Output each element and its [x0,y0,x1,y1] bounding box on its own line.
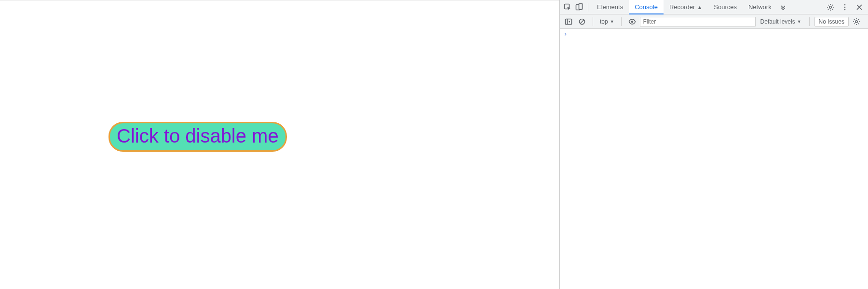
close-devtools-icon[interactable] [854,1,865,13]
more-tabs-icon[interactable] [777,3,789,11]
svg-point-4 [844,4,846,5]
console-filter-input[interactable] [640,17,756,26]
live-expression-eye-icon[interactable] [626,16,638,27]
levels-label: Default levels [760,18,795,25]
tab-label: Recorder [669,3,695,11]
settings-gear-icon[interactable] [825,1,836,13]
tab-elements[interactable]: Elements [591,0,629,14]
svg-point-6 [844,9,846,10]
clear-console-icon[interactable] [576,16,588,27]
disable-me-button[interactable]: Click to disable me [108,122,287,152]
context-label: top [600,18,608,25]
tab-label: Console [635,3,658,11]
inspect-element-icon[interactable] [562,1,573,13]
chevron-down-icon: ▼ [610,19,614,24]
console-filter [640,17,756,26]
separator [809,17,810,26]
log-levels-selector[interactable]: Default levels ▼ [758,18,804,25]
tab-label: Sources [714,3,737,11]
devtools-panel: Elements Console Recorder ▲ Sources Netw… [559,0,868,289]
console-prompt-caret: › [564,31,567,38]
svg-line-10 [580,20,584,24]
devtools-tabbar: Elements Console Recorder ▲ Sources Netw… [560,0,868,14]
device-toolbar-icon[interactable] [573,1,585,13]
svg-point-12 [855,20,857,22]
toggle-sidebar-icon[interactable] [563,16,574,27]
console-settings-gear-icon[interactable] [851,16,862,27]
flask-icon: ▲ [697,4,702,10]
issues-label: No Issues [819,18,844,25]
svg-point-11 [631,20,633,23]
svg-rect-2 [579,3,583,9]
console-toolbar: top ▼ Default levels ▼ No Issues [560,14,868,29]
execution-context-selector[interactable]: top ▼ [598,18,616,25]
tab-recorder[interactable]: Recorder ▲ [664,0,708,14]
issues-button[interactable]: No Issues [814,17,849,26]
svg-point-5 [844,6,846,8]
tab-console[interactable]: Console [629,0,664,14]
svg-point-3 [829,6,831,8]
separator [621,17,622,26]
tab-network[interactable]: Network [743,0,777,14]
tab-label: Network [748,3,772,11]
tab-sources[interactable]: Sources [708,0,743,14]
separator [588,3,588,12]
tab-label: Elements [597,3,623,11]
console-output[interactable]: › [560,29,868,289]
chevron-down-icon: ▼ [797,19,801,24]
page-content: Click to disable me [0,0,559,289]
separator [593,17,593,26]
kebab-menu-icon[interactable] [839,1,851,13]
